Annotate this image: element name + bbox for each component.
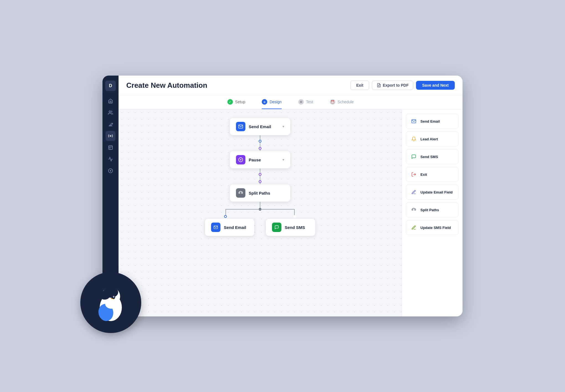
panel-pencil2-icon [410,224,418,231]
tab-schedule-label: Schedule [338,100,354,104]
header: Create New Automation Exit Export to PDF… [119,76,463,95]
svg-rect-12 [242,192,243,194]
bird-svg [89,280,133,325]
bird-mascot [80,272,141,333]
branch-send-sms[interactable]: Send SMS [266,218,315,236]
branch-email-label: Send Email [224,225,248,230]
node-split-paths[interactable]: Split Paths [230,184,291,202]
panel-send-sms[interactable]: Send SMS [406,149,459,164]
svg-rect-2 [109,146,112,149]
right-panel: Send Email Lead Alert Send SMS [402,109,463,316]
sidebar-item-analytics[interactable] [106,154,115,164]
branch-sms-label: Send SMS [285,225,309,230]
panel-update-sms[interactable]: Update SMS Field [406,220,459,235]
panel-lead-alert[interactable]: Lead Alert [406,131,459,146]
flow-container: Send Email ▾ [205,118,315,236]
exit-button[interactable]: Exit [350,81,369,90]
svg-point-31 [114,296,114,297]
sidebar-item-reports[interactable] [106,143,115,153]
tab-test[interactable]: ⚙ Test [298,99,313,109]
dot-blue-1 [259,140,261,143]
svg-point-8 [239,158,243,162]
canvas[interactable]: Send Email ▾ [119,109,402,316]
node-pause[interactable]: Pause ▾ [230,151,291,169]
dot-purple-3 [259,180,261,183]
panel-exit[interactable]: Exit [406,167,459,182]
svg-rect-11 [239,192,240,194]
save-next-button[interactable]: Save and Next [416,81,455,90]
panel-sms-icon [410,153,418,161]
panel-split-icon [410,206,418,214]
node-send-email-1[interactable]: Send Email ▾ [230,118,291,135]
export-label: Export to PDF [383,83,409,87]
split-right-dot [293,215,296,218]
tab-design-label: Design [269,100,282,104]
panel-bell-icon [410,135,418,143]
main-content: Create New Automation Exit Export to PDF… [119,76,463,316]
export-icon [377,83,381,87]
svg-rect-19 [415,209,416,210]
header-actions: Exit Export to PDF Save and Next [350,81,455,90]
node-split-paths-label: Split Paths [249,191,284,195]
panel-update-sms-label: Update SMS Field [420,226,451,230]
dot-purple-1 [259,147,261,150]
branch-email-icon [211,223,220,232]
panel-split-paths[interactable]: Split Paths [406,202,459,217]
setup-check-icon: ✓ [227,99,233,105]
branch-sms-icon [272,223,281,232]
pause-icon [236,155,245,164]
split-icon [236,188,245,198]
email-icon-1 [236,122,245,131]
tab-setup[interactable]: ✓ Setup [227,99,245,109]
split-connector-area [207,202,313,218]
tab-setup-label: Setup [235,100,245,104]
page-title: Create New Automation [126,81,350,90]
panel-send-email[interactable]: Send Email [406,114,459,129]
panel-email-label: Send Email [420,119,440,123]
split-left-dot [224,215,227,218]
design-icon: ⊕ [262,99,267,105]
connector-1 [259,135,261,151]
dot-purple-2 [259,173,261,176]
chevron-down-icon-2: ▾ [282,158,284,162]
panel-lead-alert-label: Lead Alert [420,137,438,141]
sidebar-item-home[interactable] [106,96,115,106]
panel-update-email-label: Update Email Field [420,190,453,194]
workspace: Send Email ▾ [119,109,463,316]
panel-exit-icon [410,171,418,178]
tab-test-label: Test [306,100,313,104]
branch-send-email[interactable]: Send Email [205,218,255,236]
svg-point-1 [110,135,111,137]
svg-point-0 [109,111,111,112]
line-5 [260,176,260,180]
tabs-bar: ✓ Setup ⊕ Design ⚙ Test ⏰ Schedule [119,95,463,109]
line-4 [260,169,260,173]
sidebar-item-billing[interactable] [106,166,115,176]
svg-point-28 [99,291,110,300]
panel-sms-label: Send SMS [420,155,438,159]
chevron-down-icon-1: ▾ [282,125,284,128]
panel-update-email[interactable]: Update Email Field [406,185,459,200]
split-h-line [225,209,295,210]
sidebar-logo: D [105,81,116,91]
svg-point-32 [105,299,117,309]
svg-rect-18 [412,209,413,210]
schedule-icon: ⏰ [330,99,335,105]
tab-design[interactable]: ⊕ Design [262,99,282,109]
panel-email-icon [410,117,418,125]
node-pause-label: Pause [249,158,279,162]
sidebar-item-contacts[interactable] [106,108,115,118]
sidebar-item-campaigns[interactable] [106,119,115,129]
sidebar-item-automation[interactable] [106,131,115,141]
export-button[interactable]: Export to PDF [372,81,413,90]
split-down-line [260,202,260,208]
panel-split-paths-label: Split Paths [420,208,439,212]
test-icon: ⚙ [298,99,304,105]
line-2 [260,143,260,147]
panel-exit-label: Exit [420,172,427,177]
app-container: D Create New Automation Exit [102,76,463,316]
tab-schedule[interactable]: ⏰ Schedule [330,99,354,109]
line-1 [260,135,260,140]
panel-pencil-icon [410,188,418,196]
branch-nodes: Send Email Send SMS [205,218,315,236]
